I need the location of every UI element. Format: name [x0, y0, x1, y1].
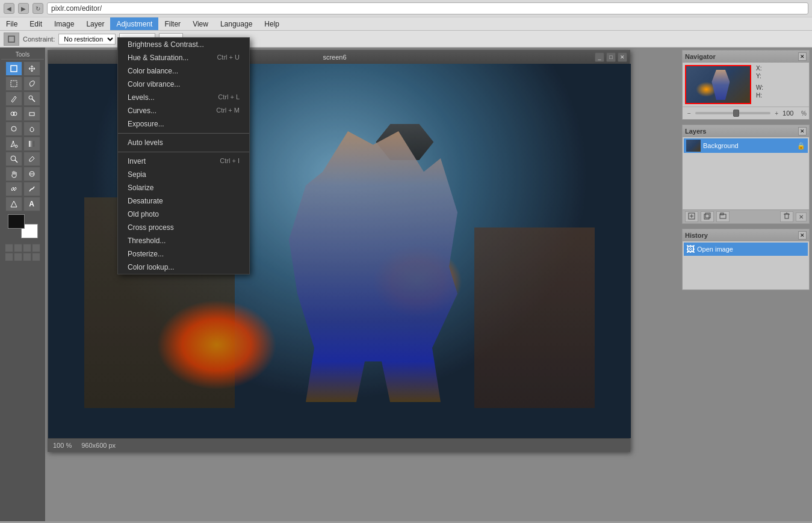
tool-grid-2[interactable] [14, 244, 22, 252]
tool-burn[interactable] [23, 122, 40, 136]
adjustment-posterize[interactable]: Posterize... [118, 247, 249, 261]
tool-heal[interactable] [5, 182, 22, 196]
tool-grid-6[interactable] [14, 253, 22, 261]
zoom-thumb [733, 110, 739, 117]
tool-rect-select[interactable] [5, 76, 22, 91]
canvas-minimize-button[interactable]: _ [595, 52, 604, 62]
refresh-button[interactable]: ↻ [33, 3, 43, 14]
layers-group-button[interactable] [716, 211, 730, 222]
tool-grid-8[interactable] [32, 253, 40, 261]
tool-grid [5, 244, 40, 261]
tool-gradient[interactable] [23, 137, 40, 151]
back-button[interactable]: ◀ [4, 3, 14, 14]
menu-filter[interactable]: Filter [158, 17, 187, 30]
tool-clone[interactable] [5, 107, 22, 121]
menu-language[interactable]: Language [214, 17, 258, 30]
tool-smudge[interactable] [23, 182, 40, 196]
tool-grid-3[interactable] [23, 244, 31, 252]
tool-eyedropper[interactable] [23, 152, 40, 166]
crop-tool-icon[interactable] [4, 32, 19, 46]
adjustment-levels[interactable]: Levels... Ctrl + L [118, 91, 249, 104]
adjustment-hue-saturation[interactable]: Hue & Saturation... Ctrl + U [118, 51, 249, 64]
nav-x-label: X: [756, 65, 761, 72]
browser-chrome: ◀ ▶ ↻ pixlr.com/editor/ [0, 0, 812, 17]
layer-lock-icon: 🔒 [797, 142, 805, 150]
forward-button[interactable]: ▶ [18, 3, 29, 14]
layers-title: Layers [685, 128, 706, 135]
status-dimensions: 960x600 px [81, 442, 116, 449]
color-swatches[interactable] [8, 214, 38, 238]
history-titlebar: History ✕ [683, 229, 809, 241]
adjustment-solarize[interactable]: Solarize [118, 181, 249, 194]
layers-delete-button[interactable] [780, 211, 793, 222]
tool-grid-5[interactable] [5, 253, 13, 261]
menu-adjustment[interactable]: Adjustment [110, 17, 158, 30]
tool-eraser[interactable] [23, 107, 40, 121]
adjustment-auto-levels[interactable]: Auto levels [118, 136, 249, 149]
svg-rect-7 [29, 113, 34, 116]
adjustment-curves[interactable]: Curves... Ctrl + M [118, 104, 249, 117]
tool-text[interactable]: A [23, 197, 40, 211]
tool-shape[interactable] [5, 197, 22, 211]
menu-help[interactable]: Help [258, 17, 285, 30]
adjustment-brightness-contrast[interactable]: Brightness & Contrast... [118, 38, 249, 51]
navigator-close-button[interactable]: ✕ [798, 52, 807, 61]
menu-image[interactable]: Image [48, 17, 80, 30]
history-close-button[interactable]: ✕ [798, 231, 807, 240]
tool-lasso[interactable] [23, 76, 40, 91]
tool-dodge[interactable] [5, 122, 22, 136]
tool-grid-1[interactable] [5, 244, 13, 252]
tool-pencil[interactable] [5, 91, 22, 106]
adjustment-desaturate[interactable]: Desaturate [118, 194, 249, 208]
tool-brush[interactable] [23, 91, 40, 106]
zoom-out-icon[interactable]: − [685, 109, 693, 117]
tools-panel: Tools [0, 48, 45, 521]
tool-grid-4[interactable] [32, 244, 40, 252]
tool-hand[interactable] [5, 167, 22, 181]
adjustment-cross-process[interactable]: Cross process [118, 221, 249, 234]
tool-move[interactable] [23, 61, 40, 76]
navigator-thumbnail [685, 65, 751, 104]
adjustment-invert[interactable]: Invert Ctrl + I [118, 155, 249, 168]
right-panel: Navigator ✕ X: [680, 48, 812, 521]
menu-edit[interactable]: Edit [23, 17, 48, 30]
canvas-statusbar: 100 % 960x600 px [48, 438, 630, 451]
adjustment-sepia[interactable]: Sepia [118, 168, 249, 181]
tool-zoom[interactable] [5, 152, 22, 166]
canvas-close-button[interactable]: ✕ [618, 52, 627, 62]
adjustment-color-balance[interactable]: Color balance... [118, 64, 249, 78]
layers-duplicate-button[interactable] [701, 211, 714, 222]
constraint-select[interactable]: No restriction [58, 34, 116, 45]
layer-item[interactable]: Background 🔒 [684, 138, 808, 153]
tool-fill[interactable] [5, 137, 22, 151]
layers-titlebar: Layers ✕ [683, 125, 809, 137]
layers-add-button[interactable] [685, 211, 698, 222]
menu-file[interactable]: File [0, 17, 23, 30]
svg-point-9 [15, 145, 17, 147]
adjustment-threshold[interactable]: Threshold... [118, 234, 249, 247]
tool-crop[interactable] [5, 61, 22, 76]
svg-point-11 [11, 156, 16, 161]
foreground-color-swatch[interactable] [8, 214, 25, 229]
history-panel: History ✕ 🖼 Open image [682, 229, 810, 290]
history-item[interactable]: 🖼 Open image [684, 243, 808, 256]
svg-marker-15 [11, 201, 17, 207]
history-item-label: Open image [697, 246, 733, 253]
svg-point-8 [11, 126, 16, 131]
zoom-slider[interactable] [695, 112, 770, 114]
menu-layer[interactable]: Layer [80, 17, 110, 30]
adjustment-old-photo[interactable]: Old photo [118, 208, 249, 221]
adjustment-color-vibrance[interactable]: Color vibrance... [118, 78, 249, 91]
navigator-zoom-row: − + 100 % [683, 107, 809, 119]
tool-pan[interactable] [23, 167, 40, 181]
zoom-in-icon[interactable]: + [772, 109, 781, 117]
adjustment-exposure[interactable]: Exposure... [118, 117, 249, 131]
layers-close-button[interactable]: ✕ [798, 127, 807, 135]
tool-grid-7[interactable] [23, 253, 31, 261]
menu-view[interactable]: View [187, 17, 214, 30]
canvas-maximize-button[interactable]: □ [606, 52, 616, 62]
adjustment-color-lookup[interactable]: Color lookup... [118, 261, 249, 274]
address-bar[interactable]: pixlr.com/editor/ [47, 2, 808, 14]
layers-delete-all-button[interactable]: ✕ [796, 212, 807, 221]
nav-h-label: H: [756, 92, 762, 99]
